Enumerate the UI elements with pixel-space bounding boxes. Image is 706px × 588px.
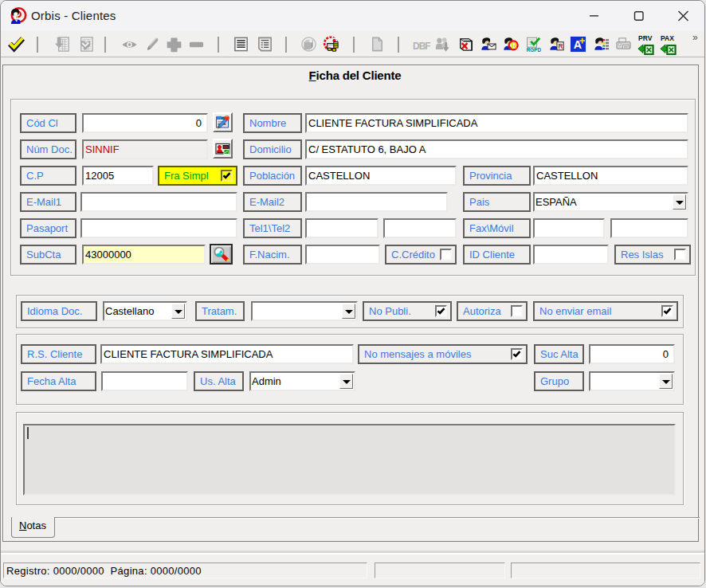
svg-text:R: R bbox=[511, 41, 517, 50]
svg-text:R: R bbox=[559, 43, 563, 50]
svg-text:RGPD: RGPD bbox=[527, 47, 541, 53]
